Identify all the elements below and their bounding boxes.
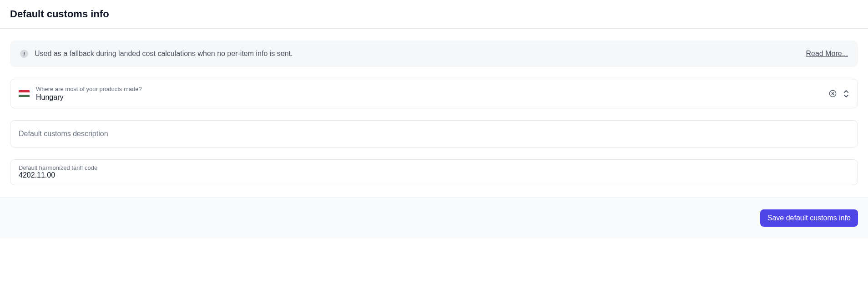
page-header: Default customs info bbox=[0, 0, 868, 29]
country-field-label: Where are most of your products made? bbox=[36, 86, 822, 92]
save-button[interactable]: Save default customs info bbox=[760, 209, 858, 227]
info-banner-left: i Used as a fallback during landed cost … bbox=[20, 50, 293, 58]
close-circle-icon bbox=[829, 90, 837, 97]
info-icon: i bbox=[20, 50, 28, 58]
country-field-value: Hungary bbox=[36, 93, 822, 102]
tariff-code-input[interactable]: Default harmonized tariff code 4202.11.0… bbox=[10, 159, 858, 185]
customs-description-placeholder: Default customs description bbox=[19, 130, 849, 138]
country-field-controls bbox=[828, 89, 849, 98]
customs-description-input[interactable]: Default customs description bbox=[10, 120, 858, 148]
flag-hungary-icon bbox=[19, 90, 30, 97]
tariff-field-label: Default harmonized tariff code bbox=[19, 164, 849, 171]
info-banner: i Used as a fallback during landed cost … bbox=[10, 41, 858, 67]
read-more-link[interactable]: Read More... bbox=[806, 50, 848, 58]
page-footer: Save default customs info bbox=[0, 197, 868, 239]
country-field-body: Where are most of your products made? Hu… bbox=[36, 86, 822, 102]
page-title: Default customs info bbox=[10, 8, 858, 20]
chevron-down-icon bbox=[843, 94, 849, 97]
content-area: i Used as a fallback during landed cost … bbox=[0, 29, 868, 185]
country-select[interactable]: Where are most of your products made? Hu… bbox=[10, 79, 858, 108]
chevron-up-icon bbox=[843, 90, 849, 93]
clear-country-button[interactable] bbox=[828, 90, 837, 98]
country-dropdown-toggle[interactable] bbox=[843, 89, 849, 98]
tariff-field-value: 4202.11.00 bbox=[19, 171, 849, 179]
info-message: Used as a fallback during landed cost ca… bbox=[35, 50, 293, 58]
